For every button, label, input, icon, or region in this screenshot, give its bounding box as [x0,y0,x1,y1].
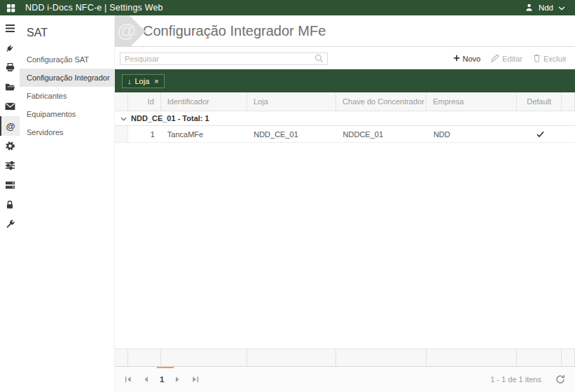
group-by-bar: ↓ Loja × [115,69,575,92]
app-title: NDD i-Docs NFC-e | Settings Web [25,3,163,13]
refresh-icon[interactable] [555,374,565,384]
delete-button-label: Excluir [543,55,567,63]
cell-spacer [562,126,575,142]
page-header: @ Configuração Integrador MFe [115,15,575,47]
sidebar-item-fabricantes[interactable]: Fabricantes [20,87,114,105]
sidebar-item-equipamentos[interactable]: Equipamentos [20,105,114,123]
cell-chave: NDDCE_01 [337,126,427,142]
gear-icon[interactable] [0,136,20,155]
sidebar-item-configuracao-integrador[interactable]: Configuração Integrador [20,69,114,87]
plug-icon[interactable] [0,38,20,57]
search-input[interactable] [120,55,314,63]
sidebar: SAT Configuração SAT Configuração Integr… [20,15,114,392]
wrench-icon[interactable] [0,214,20,234]
delete-button[interactable]: Excluir [533,54,567,64]
page-number[interactable]: 1 [160,375,164,384]
data-grid: ↓ Loja × Id Identificador Loja Chave do … [115,69,575,392]
group-chip-label: Loja [135,77,150,85]
pager: 1 1 - 1 de 1 itens [115,367,575,392]
cell-id: 1 [128,126,161,142]
footer-cell [336,349,427,366]
cell-identificador: TancaMFe [161,126,247,142]
footer-cell [427,349,517,366]
footer-cell [161,349,247,366]
edit-button[interactable]: Editar [491,54,522,64]
sliders-icon[interactable] [0,155,20,175]
group-header-label: NDD_CE_01 - Total: 1 [131,114,209,122]
column-header-chave[interactable]: Chave do Concentrador [336,92,427,111]
first-page-icon[interactable] [125,376,132,383]
app-shell: @ [0,15,575,392]
grid-footer-row [115,349,575,367]
user-menu[interactable]: Ndd [525,3,565,13]
search-icon[interactable] [314,54,324,63]
printer-icon[interactable] [0,57,20,77]
pencil-icon [491,54,499,64]
next-page-icon[interactable] [175,376,181,383]
sidebar-item-configuracao-sat[interactable]: Configuração SAT [20,50,114,69]
app-grid-icon[interactable] [0,4,21,13]
table-header-row: Id Identificador Loja Chave do Concentra… [115,92,575,111]
remove-group-icon[interactable]: × [154,77,158,85]
group-chip-loja[interactable]: ↓ Loja × [122,74,165,88]
prev-page-icon[interactable] [143,376,148,383]
table-row[interactable]: 1 TancaMFe NDD_CE_01 NDDCE_01 NDD [115,126,575,143]
footer-cell [247,349,336,366]
grid-toolbar: Novo Editar Exclui [115,50,575,67]
icon-rail: @ [0,15,20,392]
row-group-indent [115,126,128,142]
footer-cell [115,349,128,366]
menu-icon[interactable] [0,18,20,38]
group-header-row[interactable]: NDD_CE_01 - Total: 1 [115,111,575,126]
topbar: NDD i-Docs NFC-e | Settings Web Ndd [0,0,575,15]
pager-buttons: 1 [125,375,199,384]
column-header-id[interactable]: Id [128,92,161,111]
folder-icon[interactable] [0,77,20,97]
collapse-chevron-icon[interactable] [120,114,127,122]
search-box [120,52,328,65]
sidebar-item-servidores[interactable]: Servidores [20,123,114,141]
plus-icon [453,55,460,63]
header-group-indent [115,92,128,111]
new-button-label: Novo [463,55,481,63]
column-header-empresa[interactable]: Empresa [427,92,517,111]
lock-icon[interactable] [0,195,20,214]
page-title: Configuração Integrador MFe [143,23,326,39]
sidebar-title: SAT [20,21,114,50]
mail-icon[interactable] [0,97,20,116]
pager-info: 1 - 1 de 1 itens [490,375,541,384]
user-icon [525,3,534,13]
at-watermark-glyph: @ [117,20,136,42]
last-page-icon[interactable] [192,376,199,383]
edit-button-label: Editar [502,55,522,63]
column-header-default[interactable]: Default [517,92,562,111]
current-page-indicator [157,367,174,368]
column-header-loja[interactable]: Loja [247,92,336,111]
chevron-down-icon [558,4,565,12]
cell-loja: NDD_CE_01 [247,126,336,142]
sort-down-icon[interactable]: ↓ [127,77,132,85]
new-button[interactable]: Novo [453,55,481,63]
trash-icon [533,54,541,64]
cell-empresa: NDD [427,126,518,142]
footer-cell [128,349,161,366]
footer-cell [562,349,575,366]
column-header-identificador[interactable]: Identificador [161,92,247,111]
server-icon[interactable] [0,175,20,195]
grid-empty-area [115,143,575,349]
user-name: Ndd [539,4,553,12]
column-header-spacer [562,92,575,111]
footer-cell [517,349,562,366]
cell-default-check-icon [518,126,562,142]
pager-right: 1 - 1 de 1 itens [490,374,565,384]
at-icon[interactable]: @ [0,116,20,136]
main-content: @ Configuração Integrador MFe Novo [114,15,575,392]
toolbar-buttons: Novo Editar Exclui [453,54,567,64]
